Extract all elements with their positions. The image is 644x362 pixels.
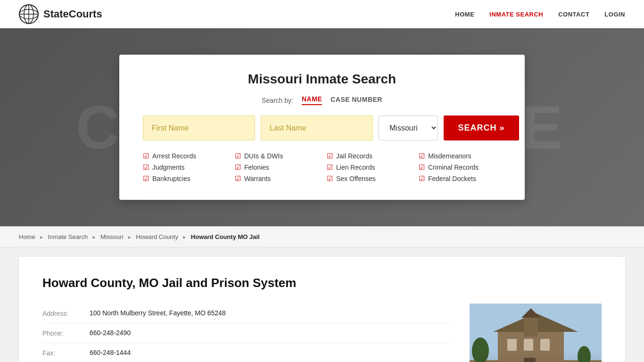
check-icon: ☑: [327, 174, 333, 183]
content-title: Howard County, MO Jail and Prison System: [42, 276, 602, 290]
breadcrumb-inmate-search[interactable]: Inmate Search: [48, 233, 88, 240]
check-arrest-records: ☑ Arrest Records: [143, 152, 225, 160]
check-icon: ☑: [143, 152, 149, 160]
info-label-address: Address:: [42, 309, 80, 317]
site-header: StateCourts HOME INMATE SEARCH CONTACT L…: [0, 0, 644, 28]
svg-rect-14: [524, 358, 536, 362]
logo-area[interactable]: StateCourts: [19, 4, 102, 24]
tab-case-number[interactable]: CASE NUMBER: [330, 96, 382, 105]
check-icon: ☑: [419, 163, 425, 172]
svg-rect-15: [479, 360, 482, 362]
check-icon: ☑: [143, 174, 149, 183]
breadcrumb: Home ► Inmate Search ► Missouri ► Howard…: [0, 226, 644, 247]
breadcrumb-sep: ►: [39, 234, 44, 240]
search-button[interactable]: SEARCH »: [444, 115, 519, 140]
building-svg: [470, 304, 602, 362]
check-icon: ☑: [143, 163, 149, 172]
check-label: Bankruptcies: [152, 175, 190, 182]
main-nav: HOME INMATE SEARCH CONTACT LOGIN: [455, 11, 625, 18]
check-criminal-records: ☑ Criminal Records: [419, 163, 501, 172]
breadcrumb-current: Howard County MO Jail: [191, 233, 260, 240]
check-judgments: ☑ Judgments: [143, 163, 225, 172]
svg-rect-12: [524, 339, 533, 351]
check-label: Jail Records: [336, 152, 372, 160]
breadcrumb-sep: ►: [91, 234, 97, 240]
check-lien-records: ☑ Lien Records: [327, 163, 409, 172]
checkboxes-grid: ☑ Arrest Records ☑ DUIs & DWIs ☑ Jail Re…: [143, 152, 501, 183]
breadcrumb-missouri[interactable]: Missouri: [100, 233, 123, 240]
check-label: Misdemeanors: [428, 152, 471, 160]
check-icon: ☑: [419, 174, 425, 183]
check-federal-dockets: ☑ Federal Dockets: [419, 174, 501, 183]
info-row-phone: Phone: 660-248-2490: [42, 323, 451, 343]
tab-name[interactable]: NAME: [302, 95, 322, 105]
search-card: Missouri Inmate Search Search by: NAME C…: [119, 55, 525, 200]
last-name-input[interactable]: [261, 115, 373, 140]
info-label-phone: Phone:: [42, 329, 80, 337]
search-by-label: Search by:: [262, 97, 293, 104]
check-jail-records: ☑ Jail Records: [327, 152, 409, 160]
info-row-address: Address: 100 North Mulberry Street, Faye…: [42, 304, 451, 323]
check-icon: ☑: [327, 163, 333, 172]
check-label: Sex Offenses: [336, 175, 376, 182]
breadcrumb-sep: ►: [182, 234, 187, 240]
content-area: Howard County, MO Jail and Prison System…: [19, 257, 625, 362]
search-by-row: Search by: NAME CASE NUMBER: [143, 95, 501, 105]
check-label: Felonies: [244, 164, 269, 171]
nav-contact[interactable]: CONTACT: [558, 11, 589, 18]
nav-home[interactable]: HOME: [455, 11, 474, 18]
search-inputs-row: Missouri Alabama Alaska Arizona Arkansas…: [143, 115, 501, 140]
site-name: StateCourts: [43, 8, 102, 20]
search-card-title: Missouri Inmate Search: [143, 72, 501, 87]
check-bankruptcies: ☑ Bankruptcies: [143, 174, 225, 183]
state-select[interactable]: Missouri Alabama Alaska Arizona Arkansas…: [379, 115, 438, 140]
info-row-fax: Fax: 660-248-1444: [42, 343, 451, 362]
check-warrants: ☑ Warrants: [235, 174, 317, 183]
detail-info: Address: 100 North Mulberry Street, Faye…: [42, 304, 451, 362]
nav-login[interactable]: LOGIN: [604, 11, 625, 18]
check-label: Lien Records: [336, 164, 375, 171]
check-icon: ☑: [235, 174, 241, 183]
info-value-phone: 660-248-2490: [90, 329, 131, 337]
check-label: Federal Dockets: [428, 175, 476, 182]
check-icon: ☑: [327, 152, 333, 160]
breadcrumb-home[interactable]: Home: [19, 233, 35, 240]
logo-icon: [19, 4, 39, 24]
check-label: Criminal Records: [428, 164, 479, 171]
svg-rect-13: [540, 339, 550, 351]
check-icon: ☑: [419, 152, 425, 160]
hero-section: COURTHOUSE Missouri Inmate Search Search…: [0, 28, 644, 226]
jail-photo: [470, 304, 602, 362]
check-label: Arrest Records: [152, 152, 196, 160]
check-felonies: ☑ Felonies: [235, 163, 317, 172]
breadcrumb-sep: ►: [127, 234, 132, 240]
first-name-input[interactable]: [143, 115, 255, 140]
detail-layout: Address: 100 North Mulberry Street, Faye…: [42, 304, 602, 362]
info-label-fax: Fax:: [42, 349, 80, 357]
check-duis-dwis: ☑ DUIs & DWIs: [235, 152, 317, 160]
check-icon: ☑: [235, 152, 241, 160]
check-sex-offenses: ☑ Sex Offenses: [327, 174, 409, 183]
check-label: Warrants: [244, 175, 271, 182]
check-misdemeanors: ☑ Misdemeanors: [419, 152, 501, 160]
info-value-fax: 660-248-1444: [90, 349, 131, 356]
check-label: Judgments: [152, 164, 184, 171]
info-value-address: 100 North Mulberry Street, Fayette, MO 6…: [90, 309, 226, 317]
breadcrumb-howard-county[interactable]: Howard County: [136, 233, 178, 240]
svg-rect-9: [524, 318, 538, 337]
check-icon: ☑: [235, 163, 241, 172]
check-label: DUIs & DWIs: [244, 152, 283, 160]
svg-rect-11: [507, 339, 517, 351]
nav-inmate-search[interactable]: INMATE SEARCH: [489, 11, 543, 18]
